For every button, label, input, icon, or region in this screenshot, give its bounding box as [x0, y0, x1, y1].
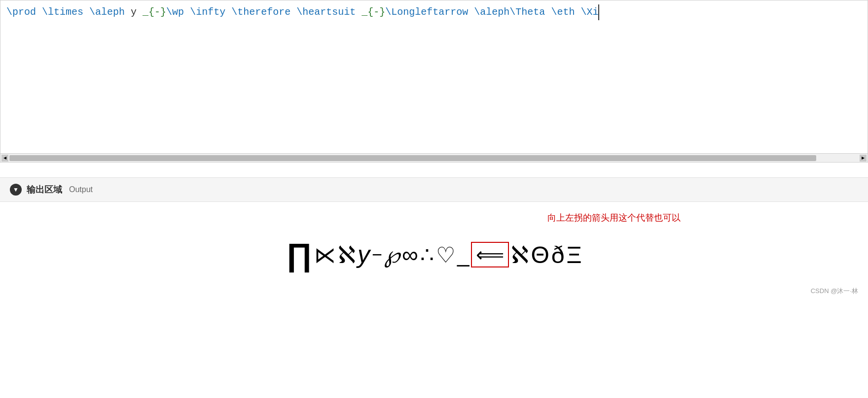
token-infty: \infty [190, 4, 225, 20]
token-heartsuit: \heartsuit [296, 4, 356, 20]
token-longleftarrow: \Longleftarrow [385, 4, 468, 20]
output-title-en: Output [69, 185, 93, 194]
scroll-thumb [9, 155, 816, 161]
token-eth: \eth [551, 4, 575, 20]
token-space3 [184, 4, 190, 20]
math-aleph-symbol: ℵ [338, 241, 356, 268]
token-wp: \wp [166, 4, 184, 20]
token-therefore: \therefore [231, 4, 290, 20]
math-y-symbol: y [358, 240, 370, 269]
math-ltimes-symbol: ⋉ [314, 242, 336, 267]
token-space8 [545, 4, 551, 20]
math-sub-minus: − [372, 244, 382, 265]
math-infty-symbol: ∞ [402, 241, 418, 268]
scroll-track[interactable] [9, 155, 859, 161]
output-content: 向上左拐的箭头用这个代替也可以 ∏ ⋉ ℵ y − ℘ ∞ ∴ ♡ _ ⟸ ℵ [0, 202, 868, 300]
token-space5 [290, 4, 296, 20]
math-heartsuit-symbol: ♡ [436, 242, 455, 267]
scroll-left-button[interactable]: ◀ [1, 155, 8, 162]
math-underscore-symbol: _ [457, 242, 469, 267]
watermark: CSDN @沐一·林 [811, 287, 858, 296]
math-therefore-symbol: ∴ [420, 242, 434, 267]
editor-section: \prod \ltimes \aleph y _{-} \wp \infty \… [0, 0, 868, 163]
token-prod: \prod [6, 4, 36, 20]
token-space2 [83, 4, 89, 20]
token-space6 [356, 4, 362, 20]
math-aleph2-symbol: ℵ [511, 241, 529, 268]
token-theta: \Theta [509, 4, 545, 20]
math-xi-symbol: Ξ [566, 241, 581, 268]
output-collapse-icon[interactable]: ▼ [10, 184, 22, 196]
token-sub2: _{-} [362, 4, 385, 20]
token-space7 [468, 4, 474, 20]
token-aleph: \aleph [89, 4, 125, 20]
math-display: ∏ ⋉ ℵ y − ℘ ∞ ∴ ♡ _ ⟸ ℵ Θ ð [20, 236, 848, 273]
math-longleftarrow-boxed: ⟸ [471, 242, 509, 267]
token-space9 [575, 4, 580, 20]
editor-line: \prod \ltimes \aleph y _{-} \wp \infty \… [6, 4, 862, 20]
token-sub1: _{-} [143, 4, 166, 20]
math-prod-symbol: ∏ [286, 236, 312, 273]
math-eth-symbol: ð [551, 241, 565, 268]
editor-content[interactable]: \prod \ltimes \aleph y _{-} \wp \infty \… [0, 0, 868, 153]
token-aleph2: \aleph [474, 4, 509, 20]
token-space1 [36, 4, 42, 20]
scrollbar-area: ◀ ▶ [0, 153, 868, 162]
token-space4 [225, 4, 231, 20]
output-header: ▼ 输出区域 Output [0, 177, 868, 202]
token-y: y [125, 4, 143, 20]
annotation-text: 向上左拐的箭头用这个代替也可以 [547, 212, 681, 224]
token-ltimes: \ltimes [42, 4, 83, 20]
token-xi: \Xi [580, 4, 599, 20]
output-section: ▼ 输出区域 Output 向上左拐的箭头用这个代替也可以 ∏ ⋉ ℵ y − … [0, 177, 868, 300]
scroll-right-button[interactable]: ▶ [860, 155, 867, 162]
output-title-cn: 输出区域 [27, 184, 62, 196]
math-wp-symbol: ℘ [384, 241, 400, 268]
math-theta-symbol: Θ [531, 241, 549, 268]
